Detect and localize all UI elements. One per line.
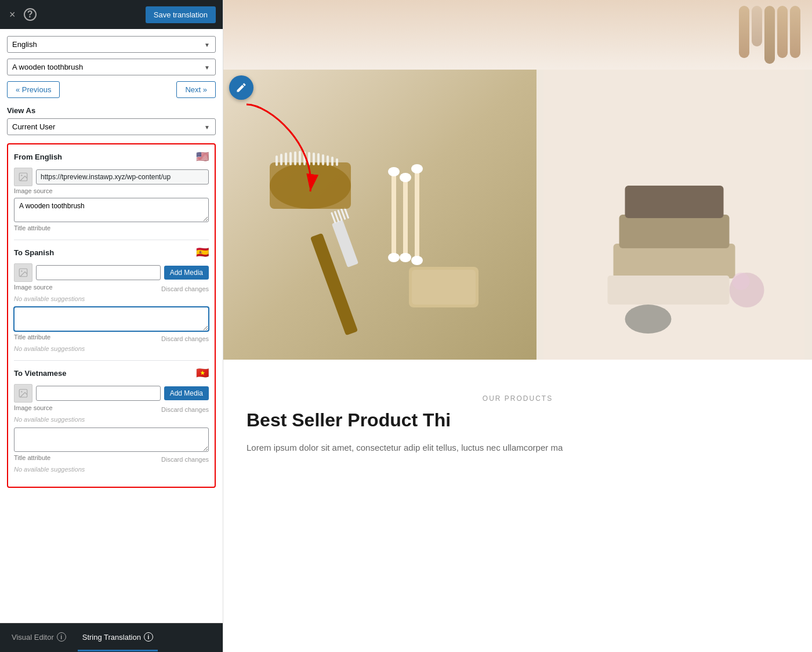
svg-rect-28 <box>270 162 351 209</box>
svg-rect-36 <box>308 152 310 165</box>
sidebar-body: English Spanish Vietnamese A wooden toot… <box>0 29 223 623</box>
to-spanish-title: To Spanish <box>14 248 54 257</box>
svg-point-21 <box>400 253 411 262</box>
to-vietnamese-discard-title-link[interactable]: Discard changes <box>161 456 209 463</box>
to-spanish-image-source-label: Image source <box>14 284 53 291</box>
to-vietnamese-media-row: Add Media <box>36 386 209 401</box>
svg-rect-26 <box>412 270 476 305</box>
svg-rect-40 <box>327 155 329 166</box>
to-spanish-header: To Spanish 🇪🇸 <box>14 246 209 259</box>
svg-rect-30 <box>280 154 282 165</box>
to-spanish-discard-title-link[interactable]: Discard changes <box>161 335 209 342</box>
to-vietnamese-no-suggestions: No available suggestions <box>14 416 209 423</box>
language-selector-wrapper: English Spanish Vietnamese <box>7 36 216 53</box>
svg-rect-34 <box>299 151 301 165</box>
svg-rect-16 <box>392 174 396 255</box>
from-english-flag: 🇺🇸 <box>196 150 209 163</box>
from-image-row: https://tpreview.instawp.xyz/wp-content/… <box>14 168 209 186</box>
from-image-thumb <box>14 168 32 186</box>
tube-1 <box>739 6 749 58</box>
to-spanish-source-input[interactable] <box>36 265 161 280</box>
from-title-textarea: A wooden toothbrush <box>14 198 209 222</box>
secondary-image-svg <box>536 70 812 360</box>
svg-rect-49 <box>608 276 730 305</box>
svg-point-24 <box>411 256 423 265</box>
tube-2 <box>752 6 762 46</box>
to-vietnamese-title-label: Title attribute <box>14 454 50 461</box>
string-translation-info-icon: i <box>144 632 153 642</box>
from-english-title: From English <box>14 153 62 161</box>
close-button[interactable]: × <box>7 8 18 21</box>
to-spanish-no-suggestions: No available suggestions <box>14 295 209 302</box>
svg-rect-22 <box>415 171 419 258</box>
previous-button[interactable]: « Previous <box>7 81 60 98</box>
edit-image-button[interactable] <box>229 75 253 100</box>
svg-rect-31 <box>285 153 287 165</box>
svg-rect-37 <box>313 153 315 165</box>
to-spanish-add-media-button[interactable]: Add Media <box>164 266 209 280</box>
svg-point-1 <box>21 175 22 176</box>
to-vietnamese-image-thumb <box>14 384 32 403</box>
svg-point-23 <box>411 164 423 173</box>
products-section: OUR PRODUCTS Best Seller Product Thi Lor… <box>223 360 812 479</box>
to-spanish-section: To Spanish 🇪🇸 Add Media Image s <box>14 240 209 352</box>
main-product-image <box>223 70 536 360</box>
svg-rect-41 <box>331 157 334 166</box>
to-vietnamese-discard-image-link[interactable]: Discard changes <box>161 406 209 413</box>
svg-rect-46 <box>625 186 724 218</box>
products-description: Lorem ipsum dolor sit amet, consectetur … <box>246 440 789 455</box>
to-vietnamese-title: To Vietnamese <box>14 369 67 378</box>
products-title: Best Seller Product Thi <box>246 410 789 431</box>
to-spanish-title-field-row: Title attribute Discard changes <box>14 333 209 344</box>
to-vietnamese-title-textarea[interactable] <box>14 428 209 452</box>
svg-rect-8 <box>223 70 536 360</box>
to-vietnamese-source-input[interactable] <box>36 386 161 401</box>
to-vietnamese-flag: 🇻🇳 <box>196 367 209 379</box>
visual-editor-label: Visual Editor <box>12 633 54 642</box>
visual-editor-tab[interactable]: Visual Editor i <box>7 624 71 651</box>
to-spanish-title-textarea[interactable] <box>14 307 209 331</box>
to-vietnamese-add-media-button[interactable]: Add Media <box>164 386 209 400</box>
svg-rect-19 <box>403 180 408 255</box>
post-selector-wrapper: A wooden toothbrush Bamboo Soap Bar <box>7 59 216 75</box>
to-spanish-flag: 🇪🇸 <box>196 246 209 259</box>
to-vietnamese-header: To Vietnamese 🇻🇳 <box>14 367 209 379</box>
navigation-row: « Previous Next » <box>7 81 216 98</box>
from-image-source-input: https://tpreview.instawp.xyz/wp-content/… <box>36 169 209 184</box>
view-as-selector-wrapper: Current User Administrator Subscriber <box>7 118 216 135</box>
secondary-product-image <box>536 70 812 360</box>
svg-point-3 <box>21 270 22 271</box>
view-as-label: View As <box>7 106 216 115</box>
view-as-select[interactable]: Current User Administrator Subscriber <box>7 118 216 135</box>
edit-button-container <box>229 75 253 100</box>
post-select[interactable]: A wooden toothbrush Bamboo Soap Bar <box>7 59 216 75</box>
svg-rect-32 <box>289 152 292 165</box>
from-image-source-label: Image source <box>14 187 209 194</box>
from-english-header: From English 🇺🇸 <box>14 150 209 163</box>
translation-panel: From English 🇺🇸 https://tpreview.instawp… <box>7 143 216 488</box>
svg-point-20 <box>400 173 411 182</box>
save-translation-button[interactable]: Save translation <box>146 6 216 23</box>
sidebar: × ? Save translation English Spanish Vie… <box>0 0 223 652</box>
help-button[interactable]: ? <box>24 8 37 21</box>
to-vietnamese-title-field-row: Title attribute Discard changes <box>14 454 209 465</box>
svg-rect-33 <box>294 151 296 165</box>
tube-3 <box>764 6 775 64</box>
svg-point-17 <box>388 167 400 176</box>
to-vietnamese-title-no-suggestions: No available suggestions <box>14 466 209 473</box>
to-vietnamese-image-source-label: Image source <box>14 404 53 411</box>
to-spanish-discard-image-link[interactable]: Discard changes <box>161 285 209 292</box>
to-spanish-image-row: Add Media <box>14 263 209 282</box>
to-spanish-title-label: Title attribute <box>14 334 50 341</box>
next-button[interactable]: Next » <box>176 81 216 98</box>
sidebar-header: × ? Save translation <box>0 0 223 29</box>
svg-rect-39 <box>322 154 324 165</box>
language-select[interactable]: English Spanish Vietnamese <box>7 36 216 53</box>
visual-editor-info-icon: i <box>57 632 66 642</box>
string-translation-tab[interactable]: String Translation i <box>78 624 158 651</box>
from-english-section: From English 🇺🇸 https://tpreview.instawp… <box>14 150 209 231</box>
products-subtitle: OUR PRODUCTS <box>246 394 789 403</box>
svg-point-5 <box>21 391 22 392</box>
from-title-attribute-label: Title attribute <box>14 224 209 231</box>
decor-tubes <box>739 6 800 64</box>
